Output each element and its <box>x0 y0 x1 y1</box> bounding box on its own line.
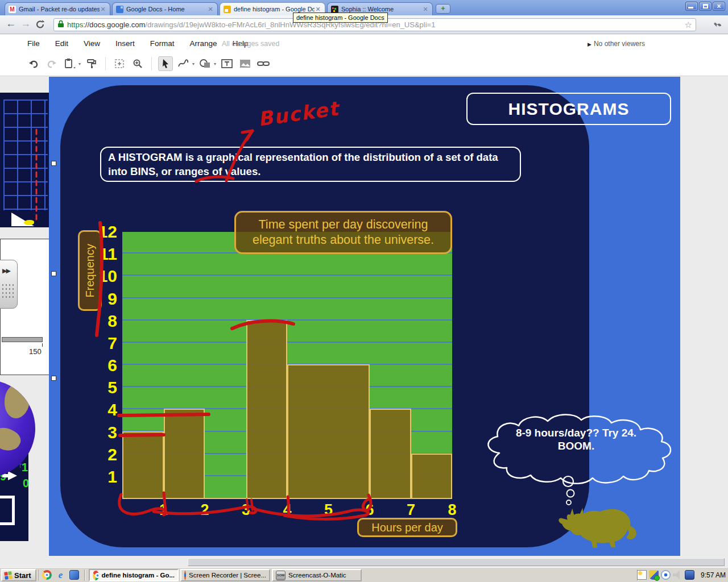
histogram-bar-4-6[interactable] <box>287 364 370 498</box>
menu-view[interactable]: View <box>84 39 100 48</box>
viewers-status[interactable]: ▶No other viewers <box>588 40 645 48</box>
new-tab-button[interactable]: + <box>436 4 450 14</box>
tab-close-icon[interactable]: ✕ <box>100 6 106 13</box>
link-icon[interactable] <box>256 56 271 71</box>
histogram-plot-area[interactable] <box>122 232 452 499</box>
line-dropdown-icon[interactable]: ▾ <box>192 61 195 66</box>
sophia-favicon-icon <box>331 6 338 13</box>
definition-text-box[interactable]: A HISTOGRAM is a graphical representatio… <box>100 147 521 182</box>
histogram-bar-3-4[interactable] <box>246 320 288 498</box>
network-tray-icon[interactable] <box>685 570 694 580</box>
task-button-2[interactable]: Screen Recorder | Scree... <box>180 569 270 581</box>
toolbar-separator <box>105 57 106 70</box>
gridline-y7 <box>122 342 452 343</box>
system-tray: 9:57 AM <box>637 570 726 580</box>
task-button-1[interactable]: define histogram - Go... <box>89 569 179 581</box>
earth-globe-image <box>0 380 35 477</box>
restore-button[interactable] <box>699 2 712 11</box>
gridline-y8 <box>122 319 452 321</box>
tab-close-icon[interactable]: ✕ <box>207 6 214 13</box>
image-icon[interactable] <box>238 56 253 71</box>
forward-icon[interactable]: → <box>20 18 31 30</box>
ruler-value: 150 <box>29 347 42 356</box>
chart-title-box[interactable]: Time spent per day discovering elegant t… <box>234 211 452 254</box>
task-label: define histogram - Go... <box>102 572 175 579</box>
offcanvas-white-panel[interactable]: ▶▶ 150 <box>0 239 55 375</box>
text-box-icon[interactable] <box>220 56 234 71</box>
drawing-favicon-icon <box>224 6 231 13</box>
reload-icon[interactable] <box>35 19 46 32</box>
tab-close-icon[interactable]: ✕ <box>315 6 321 13</box>
docs-toolbar: ▾▾▾ <box>0 52 728 76</box>
ie-icon[interactable]: e <box>56 570 65 580</box>
gmail-favicon-icon: M <box>9 6 16 13</box>
triceratops-icon[interactable] <box>555 496 641 552</box>
zoom-fit-icon[interactable] <box>112 56 127 71</box>
y-tick-6: 6 <box>78 356 117 375</box>
back-icon[interactable]: ← <box>6 18 16 30</box>
window-sun-tray-icon[interactable] <box>637 570 647 580</box>
screen: MGmail - Packet re-do updates -✕Google D… <box>0 0 728 582</box>
windows-icon[interactable] <box>69 570 79 580</box>
menu-insert[interactable]: Insert <box>115 39 135 48</box>
shape-dropdown-icon[interactable]: ▾ <box>214 61 216 66</box>
gridline-y9 <box>122 297 452 298</box>
menu-arrange[interactable]: Arrange <box>190 39 217 48</box>
window-controls: × <box>685 2 725 11</box>
menu-edit[interactable]: Edit <box>55 39 68 48</box>
taskbar: Start e define histogram - Go...Screen R… <box>0 567 728 582</box>
https-lock-icon <box>57 20 64 30</box>
shape-icon[interactable] <box>198 56 213 71</box>
player-button: ▶▶ <box>0 260 18 309</box>
volume-tray-icon[interactable] <box>673 570 682 580</box>
undo-icon[interactable] <box>26 56 41 71</box>
horizontal-scrollbar[interactable] <box>188 558 725 566</box>
shield-tray-icon[interactable] <box>649 570 659 580</box>
drawing-canvas[interactable]: ▶▶ 150 1 9 0 HISTOGRAMS A HISTOGRAM is a… <box>0 76 728 567</box>
selection-handle-top[interactable] <box>51 161 56 166</box>
task-button-3[interactable]: SOMScreencast-O-Matic <box>272 569 362 581</box>
browser-tab-1[interactable]: MGmail - Packet re-do updates -✕ <box>5 2 110 15</box>
line-icon[interactable] <box>176 56 191 71</box>
tab-close-icon[interactable]: ✕ <box>422 6 429 13</box>
bookmark-star-icon[interactable]: ☆ <box>685 20 692 30</box>
x-tick-8: 8 <box>446 501 458 519</box>
zoom-icon[interactable] <box>130 56 145 71</box>
y-tick-4: 4 <box>78 400 117 419</box>
firefox-icon <box>184 571 186 580</box>
select-icon[interactable] <box>158 56 173 71</box>
slide-title-box[interactable]: HISTOGRAMS <box>466 93 671 125</box>
y-axis-label-box[interactable]: Frequency <box>78 230 102 311</box>
histogram-bar-6-7[interactable] <box>370 409 411 498</box>
wrench-menu-icon[interactable] <box>713 20 722 32</box>
task-label: Screencast-O-Matic <box>288 572 346 579</box>
chrome-icon[interactable] <box>42 570 52 580</box>
task-label: Screen Recorder | Scree... <box>189 572 266 579</box>
menu-format[interactable]: Format <box>150 39 175 48</box>
disc-tray-icon[interactable] <box>661 570 671 580</box>
paint-format-icon[interactable] <box>84 56 99 71</box>
ruler-bar <box>2 337 43 342</box>
y-tick-5: 5 <box>78 378 117 397</box>
paste-dropdown-icon[interactable]: ▾ <box>78 61 81 66</box>
menu-file[interactable]: File <box>27 39 40 48</box>
selection-handle-middle[interactable] <box>51 271 56 276</box>
histogram-bar-0-1[interactable] <box>122 431 164 498</box>
start-button[interactable]: Start <box>1 569 36 581</box>
minimize-button[interactable] <box>685 2 698 11</box>
selection-handle-bottom[interactable] <box>51 376 56 381</box>
thought-bubble-text: 8-9 hours/day?? Try 24. BOOM. <box>505 427 647 453</box>
x-axis-label-box[interactable]: Hours per day <box>357 518 457 537</box>
toolbar-icons: ▾▾▾ <box>26 56 271 71</box>
menu-items: FileEditViewInsertFormatArrangeHelp <box>27 39 248 48</box>
browser-tab-2[interactable]: Google Docs - Home✕ <box>112 2 218 15</box>
y-tick-3: 3 <box>78 423 117 442</box>
autosave-status: All changes saved <box>222 40 279 48</box>
histogram-bar-7-8[interactable] <box>411 454 453 498</box>
histogram-bar-1-2[interactable] <box>164 409 205 498</box>
taskbar-clock: 9:57 AM <box>701 571 726 579</box>
x-tick-4: 4 <box>282 501 293 519</box>
close-button[interactable]: × <box>713 2 725 11</box>
paste-icon[interactable] <box>63 56 77 71</box>
redo-icon[interactable] <box>44 56 59 71</box>
